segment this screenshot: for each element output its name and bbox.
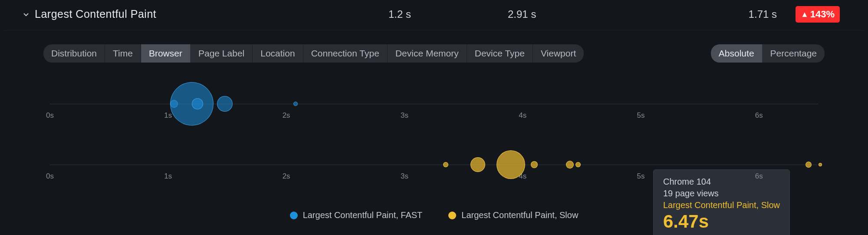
axis-fast: 0s1s2s3s4s5s6s — [50, 80, 818, 141]
axis-line — [50, 104, 818, 104]
chevron-down-icon[interactable] — [22, 10, 30, 19]
data-bubble[interactable] — [192, 98, 203, 109]
tooltip: Chrome 104 19 page views Largest Content… — [653, 169, 790, 235]
tab-browser[interactable]: Browser — [141, 44, 191, 63]
axis-tick: 1s — [164, 111, 172, 120]
mode-percentage[interactable]: Percentage — [763, 44, 825, 63]
data-bubble[interactable] — [443, 162, 448, 167]
tooltip-pageviews: 19 page views — [663, 189, 780, 199]
axis-tick: 5s — [637, 111, 645, 120]
data-bubble[interactable] — [531, 161, 538, 168]
tooltip-series: Largest Contentful Paint, Slow — [663, 200, 780, 210]
controls-row: DistributionTimeBrowserPage LabelLocatio… — [4, 30, 864, 63]
axis-tick: 4s — [519, 111, 526, 120]
tooltip-value: 6.47s — [663, 211, 780, 232]
metric-header: Largest Contentful Paint 1.2 s 2.91 s 1.… — [4, 0, 864, 30]
axis-slow: Chrome 104 19 page views Largest Content… — [50, 141, 818, 202]
axis-tick: 0s — [46, 111, 54, 120]
axis-tick: 2s — [283, 111, 290, 120]
tab-time[interactable]: Time — [105, 44, 141, 63]
legend-item-fast[interactable]: Largest Contentful Paint, FAST — [290, 210, 423, 220]
data-bubble[interactable] — [470, 157, 485, 172]
tab-connection-type[interactable]: Connection Type — [303, 44, 388, 63]
legend-label: Largest Contentful Paint, FAST — [303, 210, 423, 220]
stat-baseline: 1.2 s — [388, 8, 411, 20]
axis-tick: 2s — [283, 172, 290, 181]
axis-tick: 0s — [46, 172, 54, 181]
data-bubble[interactable] — [566, 161, 574, 169]
axis-tick: 3s — [401, 111, 408, 120]
data-bubble[interactable] — [293, 102, 298, 106]
data-bubble[interactable] — [806, 162, 812, 168]
legend-dot-slow — [448, 212, 456, 219]
legend-item-slow[interactable]: Largest Contentful Paint, Slow — [448, 210, 578, 220]
data-bubble[interactable] — [217, 96, 233, 112]
legend-label: Largest Contentful Paint, Slow — [461, 210, 578, 220]
axis-tick: 5s — [637, 172, 645, 181]
change-badge: ▲ 143% — [796, 6, 840, 23]
mode-absolute[interactable]: Absolute — [711, 44, 763, 63]
tab-distribution[interactable]: Distribution — [43, 44, 105, 63]
legend-dot-fast — [290, 212, 298, 219]
axis-tick: 3s — [401, 172, 408, 181]
axis-line — [50, 165, 818, 165]
tab-location[interactable]: Location — [253, 44, 303, 63]
badge-value: 143% — [810, 9, 835, 20]
dimension-tabs: DistributionTimeBrowserPage LabelLocatio… — [43, 44, 584, 63]
data-bubble[interactable] — [496, 150, 525, 179]
data-bubble[interactable] — [819, 163, 822, 166]
axis-tick: 1s — [164, 172, 172, 181]
axis-tick: 6s — [755, 172, 763, 181]
mode-toggle: AbsolutePercentage — [711, 44, 825, 63]
tab-viewport[interactable]: Viewport — [533, 44, 584, 63]
metric-title: Largest Contentful Paint — [35, 8, 156, 20]
stat-current: 2.91 s — [508, 8, 536, 20]
data-bubble[interactable] — [575, 162, 581, 167]
tab-page-label[interactable]: Page Label — [191, 44, 253, 63]
stat-delta: 1.71 s — [749, 8, 777, 20]
axis-tick: 6s — [755, 111, 763, 120]
tab-device-memory[interactable]: Device Memory — [388, 44, 467, 63]
arrow-up-icon: ▲ — [801, 10, 809, 18]
chart-area: 0s1s2s3s4s5s6s Chrome 104 19 page views … — [4, 63, 864, 233]
tab-device-type[interactable]: Device Type — [467, 44, 533, 63]
